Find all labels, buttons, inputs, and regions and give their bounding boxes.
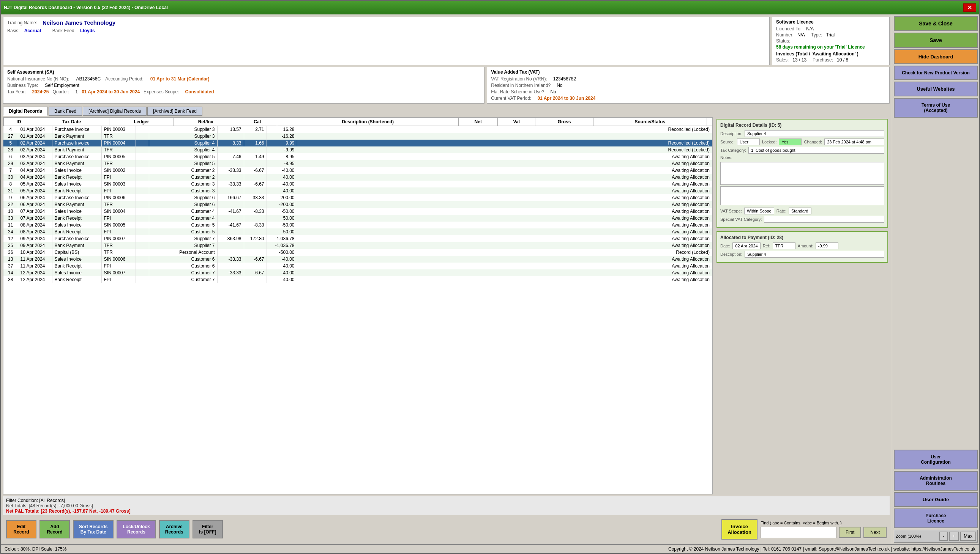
table-row[interactable]: 3307 Apr 2024Bank ReceiptFPICustomer 450… <box>3 215 712 221</box>
alloc-ref-value: TFR <box>773 242 795 249</box>
table-row[interactable]: 3711 Apr 2024Bank ReceiptFPICustomer 640… <box>3 263 712 269</box>
table-row[interactable]: 1412 Apr 2024Sales InvoiceSIN 00007Custo… <box>3 269 712 276</box>
next-button[interactable]: Next <box>863 527 887 538</box>
add-record-button[interactable]: Add Record <box>40 520 70 538</box>
col-ledger: Ledger <box>109 118 174 126</box>
edit-record-button[interactable]: Edit Record <box>6 520 37 538</box>
tab-bank-feed[interactable]: Bank Feed <box>49 107 82 116</box>
first-button[interactable]: First <box>839 527 861 538</box>
table-scroll[interactable]: 401 Apr 2024Purchase InvoicePIN 00003Sup… <box>3 126 712 494</box>
terms-button[interactable]: Terms of Use (Accepted) <box>894 98 978 118</box>
table-row[interactable]: 704 Apr 2024Sales InvoiceSIN 00002Custom… <box>3 167 712 174</box>
col-net: Net <box>459 118 498 126</box>
desc-label: Description: <box>720 131 742 136</box>
filter-bar: Filter Condition: [All Records] Net Tota… <box>3 496 890 515</box>
zoom-max-button[interactable]: Max <box>960 532 976 541</box>
zoom-minus-button[interactable]: - <box>939 532 948 541</box>
record-detail-title: Digital Record Details (ID: 5) <box>720 123 884 128</box>
filter-button[interactable]: Filter Is [OFF] <box>193 520 223 538</box>
licenced-to-label: Licenced To: <box>776 26 801 32</box>
col-gross: Gross <box>535 118 593 126</box>
table-row[interactable]: 805 Apr 2024Sales InvoiceSIN 00003Custom… <box>3 181 712 188</box>
lock-unlock-button[interactable]: Lock/Unlock Records <box>117 520 156 538</box>
allocated-box: Allocated to Payment (ID: 28) Date: 02 A… <box>717 231 888 263</box>
notes-label: Notes: <box>720 155 733 160</box>
table-row[interactable]: 401 Apr 2024Purchase InvoicePIN 00003Sup… <box>3 126 712 133</box>
table-row[interactable]: 1209 Apr 2024Purchase InvoicePIN 00007Su… <box>3 235 712 242</box>
changed-label: Changed: <box>804 140 822 144</box>
table-row[interactable]: 1108 Apr 2024Sales InvoiceSIN 00005Custo… <box>3 221 712 228</box>
licence-number-value: N/A <box>797 32 805 38</box>
net-totals: Net Totals: [48 Record(s), -7,000.00 Gro… <box>6 503 887 508</box>
alloc-desc-value: Supplier 4 <box>745 251 884 258</box>
table-row[interactable]: 2701 Apr 2024Bank PaymentTFRSupplier 3-1… <box>3 133 712 140</box>
user-guide-button[interactable]: User Guide <box>894 492 978 507</box>
table-header: ID Tax Date Ledger Ref/Inv Cat Descripti… <box>4 118 712 126</box>
tax-cat-value: 1. Cost of goods bought <box>749 147 884 154</box>
save-button[interactable]: Save <box>894 33 978 48</box>
check-version-button[interactable]: Check for New Product Version <box>894 66 978 80</box>
ni-value: No <box>557 83 562 88</box>
invoices-label: Invoices (Total / 'Awaiting Allocation' … <box>776 51 886 57</box>
licence-box: Software Licence Licenced To: N/A Number… <box>772 17 890 65</box>
useful-websites-button[interactable]: Useful Websites <box>894 81 978 96</box>
record-detail-box: Digital Record Details (ID: 5) Descripti… <box>717 119 888 228</box>
tab-digital-records[interactable]: Digital Records <box>3 107 48 116</box>
table-data: 401 Apr 2024Purchase InvoicePIN 00003Sup… <box>3 126 712 283</box>
licence-status-label: Status: <box>776 38 790 44</box>
alloc-amount-value: -9.99 <box>816 242 838 249</box>
vrn-value: 123456782 <box>553 76 576 81</box>
close-button[interactable]: ✕ <box>963 3 976 12</box>
zoom-plus-button[interactable]: + <box>949 532 959 541</box>
col-cat: Cat <box>238 118 277 126</box>
invoice-allocation-button[interactable]: Invoice Allocation <box>721 519 758 540</box>
table-row[interactable]: 3610 Apr 2024Capital (BS)TFRPersonal Acc… <box>3 249 712 256</box>
col-scrollbar <box>707 118 712 126</box>
table-row[interactable]: 2903 Apr 2024Bank PaymentTFRSupplier 5-8… <box>3 160 712 167</box>
nino-value: AB123456C <box>76 76 101 81</box>
table-row[interactable]: 3408 Apr 2024Bank ReceiptFPICustomer 550… <box>3 228 712 235</box>
notes-extra-area <box>720 186 884 205</box>
sort-records-button[interactable]: Sort Records By Tax Date <box>73 520 113 538</box>
table-row[interactable]: 3206 Apr 2024Bank PaymentTFRSupplier 6-2… <box>3 201 712 208</box>
vat-scope-value: Within Scope <box>744 208 774 214</box>
current-period-value: 01 Apr 2024 to 30 Jun 2024 <box>537 96 595 101</box>
sa-vat-row: Self Assessment (SA) National Insurance … <box>3 67 890 103</box>
special-vat-value <box>764 216 884 223</box>
table-row[interactable]: 1007 Apr 2024Sales InvoiceSIN 00004Custo… <box>3 208 712 215</box>
trading-name-label: Trading Name: <box>7 20 37 25</box>
locked-value: Yes <box>779 138 801 145</box>
purchase-licence-button[interactable]: Purchase Licence <box>894 508 978 528</box>
tab-archived-bank[interactable]: [Archived] Bank Feed <box>147 107 203 116</box>
licence-type-label: Type: <box>811 32 822 38</box>
notes-textarea[interactable] <box>720 162 884 185</box>
admin-routines-button[interactable]: Administration Routines <box>894 471 978 490</box>
vat-title: Value Added Tax (VAT) <box>491 69 886 75</box>
title-bar: NJT Digital Records Dashboard - Version … <box>1 1 979 14</box>
table-row[interactable]: 2802 Apr 2024Bank PaymentTFRSupplier 4-9… <box>3 146 712 153</box>
table-body: 401 Apr 2024Purchase InvoicePIN 00003Sup… <box>3 126 712 283</box>
table-row[interactable]: 3812 Apr 2024Bank ReceiptFPICustomer 740… <box>3 276 712 283</box>
find-label: Find ( abc = Contains. <abc = Begins wit… <box>761 521 887 525</box>
table-row[interactable]: 3004 Apr 2024Bank ReceiptFPICustomer 240… <box>3 174 712 181</box>
user-config-button[interactable]: User Configuration <box>894 450 978 470</box>
table-row[interactable]: 906 Apr 2024Purchase InvoicePIN 00006Sup… <box>3 194 712 201</box>
col-refinv: Ref/Inv <box>174 118 238 126</box>
hide-dashboard-button[interactable]: Hide Dasboard <box>894 49 978 64</box>
purchase-label: Purchase: <box>812 57 833 63</box>
col-id: ID <box>4 118 34 126</box>
licence-number-label: Number: <box>776 32 793 38</box>
find-input[interactable] <box>761 527 836 538</box>
tax-year-value: 2024-25 <box>32 89 49 94</box>
net-pl-totals: Net P&L Totals: [23 Record(s), -157.87 N… <box>6 508 887 514</box>
tab-archived-digital[interactable]: [Archived] Digital Records <box>83 107 147 116</box>
table-row[interactable]: 603 Apr 2024Purchase InvoicePIN 00005Sup… <box>3 153 712 160</box>
table-row[interactable]: 502 Apr 2024Purchase InvoicePIN 00004Sup… <box>3 140 712 146</box>
quarter-range: 01 Apr 2024 to 30 Jun 2024 <box>81 89 140 94</box>
save-close-button[interactable]: Save & Close <box>894 16 978 31</box>
table-row[interactable]: 1311 Apr 2024Sales InvoiceSIN 00006Custo… <box>3 256 712 263</box>
archive-records-button[interactable]: Archive Records <box>159 520 190 538</box>
table-row[interactable]: 3509 Apr 2024Bank PaymentTFRSupplier 7-1… <box>3 242 712 249</box>
table-row[interactable]: 3105 Apr 2024Bank ReceiptFPICustomer 340… <box>3 188 712 194</box>
status-right: Copyright © 2024 Neilson James Technolog… <box>668 546 975 552</box>
